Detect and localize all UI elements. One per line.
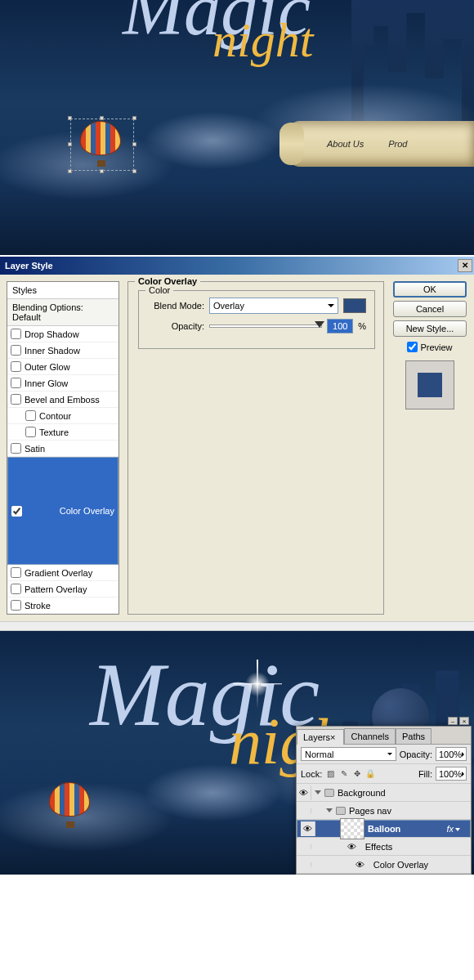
- chk-satin[interactable]: [11, 443, 21, 454]
- folder-icon: [324, 789, 334, 797]
- transform-selection[interactable]: [70, 119, 134, 171]
- cancel-button[interactable]: Cancel: [393, 301, 467, 317]
- arrow-icon: [462, 752, 467, 757]
- opt-pattern-overlay[interactable]: Pattern Overlay: [7, 581, 118, 597]
- logo-sub: night: [212, 12, 313, 69]
- chk-color-overlay[interactable]: [11, 506, 22, 517]
- chk-bevel[interactable]: [11, 394, 21, 405]
- blend-mode-label: Blend Mode:: [147, 301, 204, 311]
- ok-button[interactable]: OK: [393, 281, 467, 298]
- handle-mr[interactable]: [132, 142, 136, 146]
- blend-mode-select[interactable]: Normal: [301, 747, 396, 761]
- chk-drop-shadow[interactable]: [11, 329, 21, 339]
- opacity-input[interactable]: 100%: [436, 747, 467, 761]
- minimize-icon[interactable]: –: [448, 717, 458, 725]
- chk-gradient-overlay[interactable]: [11, 567, 21, 578]
- opt-satin[interactable]: Satin: [7, 441, 118, 457]
- visibility-icon[interactable]: 👁: [297, 785, 311, 800]
- balloon-basket: [66, 821, 74, 828]
- handle-ml[interactable]: [68, 142, 72, 146]
- color-subgroup: Color Blend Mode: Overlay Opacity: 100 %: [138, 290, 375, 349]
- sparkle-icon: [245, 672, 270, 696]
- chk-texture[interactable]: [25, 427, 36, 437]
- visibility-icon[interactable]: 👁: [347, 842, 356, 852]
- fx-badge[interactable]: fx: [446, 824, 463, 835]
- handle-tr[interactable]: [132, 116, 136, 120]
- layer-balloon[interactable]: 👁 Balloonfx: [297, 820, 471, 838]
- visibility-icon[interactable]: [297, 808, 311, 813]
- opt-inner-glow[interactable]: Inner Glow: [7, 375, 118, 392]
- handle-bc[interactable]: [100, 169, 104, 173]
- preview-checkbox[interactable]: [407, 342, 418, 352]
- opacity-input[interactable]: 100: [327, 319, 353, 333]
- opt-inner-shadow[interactable]: Inner Shadow: [7, 342, 118, 359]
- close-tab-icon[interactable]: ×: [330, 732, 335, 742]
- opt-stroke[interactable]: Stroke: [7, 597, 118, 614]
- opacity-label: Opacity:: [147, 321, 204, 331]
- chk-inner-glow[interactable]: [11, 378, 21, 388]
- opt-bevel[interactable]: Bevel and Emboss: [7, 392, 118, 408]
- slider-thumb[interactable]: [315, 321, 324, 333]
- sub-label: Color: [145, 285, 173, 295]
- arrow-icon: [462, 772, 467, 776]
- visibility-icon[interactable]: 👁: [356, 860, 364, 870]
- color-overlay-panel: Color Overlay Color Blend Mode: Overlay …: [127, 281, 384, 615]
- chk-outer-glow[interactable]: [11, 361, 21, 372]
- opt-texture[interactable]: Texture: [7, 424, 118, 441]
- handle-tl[interactable]: [68, 116, 72, 120]
- chk-inner-shadow[interactable]: [11, 345, 21, 356]
- styles-list: Styles Blending Options: Default Drop Sh…: [7, 281, 119, 615]
- nav-about[interactable]: About Us: [327, 139, 364, 149]
- canvas-top: Magic night About Us Prod: [0, 0, 474, 255]
- blending-options[interactable]: Blending Options: Default: [7, 299, 118, 326]
- tab-layers[interactable]: Layers×: [297, 729, 344, 745]
- handle-bl[interactable]: [68, 169, 72, 173]
- new-style-button[interactable]: New Style...: [393, 320, 467, 337]
- tab-paths[interactable]: Paths: [396, 728, 432, 744]
- preview-box: [405, 360, 454, 409]
- layers-panel[interactable]: – × Layers× Channels Paths Normal Opacit…: [296, 726, 472, 875]
- lock-pixels-icon[interactable]: ✎: [338, 769, 349, 780]
- layer-thumbnail[interactable]: [340, 818, 364, 839]
- disclosure-icon[interactable]: [326, 808, 333, 816]
- blend-mode-select[interactable]: Overlay: [209, 298, 338, 314]
- handle-br[interactable]: [132, 169, 136, 173]
- visibility-icon[interactable]: [297, 844, 311, 849]
- fill-label: Fill:: [418, 769, 432, 779]
- styles-header[interactable]: Styles: [7, 282, 118, 299]
- opt-gradient-overlay[interactable]: Gradient Overlay: [7, 565, 118, 581]
- handle-tc[interactable]: [100, 116, 104, 120]
- chk-contour[interactable]: [25, 410, 36, 421]
- opt-drop-shadow[interactable]: Drop Shadow: [7, 326, 118, 342]
- close-icon[interactable]: ✕: [458, 259, 472, 272]
- opt-outer-glow[interactable]: Outer Glow: [7, 359, 118, 375]
- lock-position-icon[interactable]: ✥: [351, 769, 362, 780]
- layer-effects[interactable]: 👁 Effects: [297, 838, 471, 856]
- chevron-down-icon: [328, 304, 334, 311]
- close-icon[interactable]: ×: [459, 717, 469, 725]
- visibility-icon[interactable]: 👁: [301, 821, 315, 836]
- chk-pattern-overlay[interactable]: [11, 584, 21, 594]
- opt-contour[interactable]: Contour: [7, 408, 118, 424]
- nav-products[interactable]: Prod: [388, 139, 407, 149]
- color-swatch[interactable]: [343, 298, 366, 313]
- opt-color-overlay[interactable]: Color Overlay: [7, 457, 118, 565]
- layer-color-overlay-effect[interactable]: 👁 Color Overlay: [297, 856, 471, 874]
- layer-group-background[interactable]: 👁 Background: [297, 784, 471, 802]
- opacity-label: Opacity:: [400, 750, 432, 759]
- fill-input[interactable]: 100%: [436, 767, 467, 781]
- visibility-icon[interactable]: [297, 862, 311, 867]
- opacity-slider[interactable]: [209, 324, 322, 328]
- lock-transparency-icon[interactable]: ▧: [325, 769, 336, 780]
- chk-stroke[interactable]: [11, 600, 21, 611]
- dialog-title: Layer Style: [5, 261, 53, 271]
- folder-icon: [336, 807, 346, 815]
- dialog-titlebar[interactable]: Layer Style ✕: [0, 257, 474, 275]
- tab-channels[interactable]: Channels: [344, 728, 395, 744]
- balloon-object: [49, 782, 92, 830]
- preview-swatch: [418, 373, 442, 397]
- disclosure-icon[interactable]: [315, 790, 321, 798]
- divider: [0, 621, 474, 631]
- preview-toggle[interactable]: Preview: [407, 342, 452, 352]
- lock-all-icon[interactable]: 🔒: [364, 769, 375, 780]
